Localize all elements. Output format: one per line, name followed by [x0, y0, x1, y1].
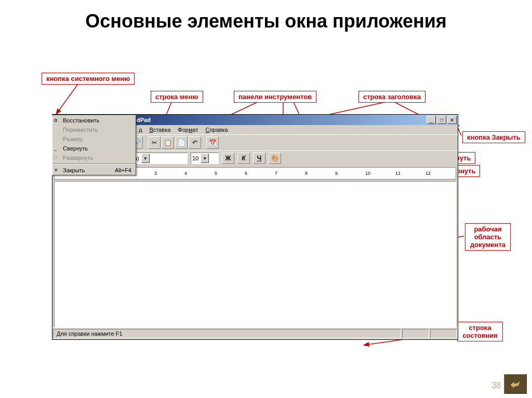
cut-button[interactable]: ✂ [148, 136, 161, 149]
sysmenu-size: Размер [52, 134, 136, 144]
slide-title: Основные элементы окна приложения [0, 0, 532, 37]
undo-button[interactable]: ↶ [189, 136, 201, 149]
status-cell-1 [402, 329, 429, 338]
callout-titlebar: строка заголовка [358, 91, 425, 103]
underline-button[interactable]: Ч [253, 153, 265, 164]
callout-menubar: строка меню [151, 91, 203, 103]
menu-item-insert[interactable]: Вставка [146, 126, 174, 133]
bold-button[interactable]: Ж [222, 153, 234, 164]
svg-line-1 [56, 84, 78, 114]
window-controls: _ □ ✕ [427, 116, 457, 124]
maximize-button[interactable]: □ [437, 116, 446, 124]
document-workarea[interactable] [54, 181, 456, 327]
color-button[interactable]: 🎨 [269, 153, 281, 164]
close-button[interactable]: ✕ [447, 116, 457, 124]
italic-button[interactable]: К [237, 153, 250, 164]
menu-item-help[interactable]: Справка [202, 126, 231, 133]
statusbar: Для справки нажмите F1 [52, 327, 458, 339]
minimize-button[interactable]: _ [427, 116, 436, 124]
menu-item-1[interactable]: д [136, 126, 145, 133]
sysmenu-move: Переместить [52, 125, 136, 134]
status-cell-2 [430, 329, 457, 338]
callout-close-button: кнопка Закрыть [462, 131, 525, 143]
callout-sysmenu-button: кнопка системного меню [42, 73, 135, 85]
callout-toolbars: панели инструментов [234, 91, 316, 103]
callout-statusbar: строка состояния [457, 322, 503, 341]
datetime-button[interactable]: 📅 [206, 136, 219, 149]
sysmenu-minimize[interactable]: _Свернуть [52, 144, 136, 153]
system-menu-popup: ⧉Восстановить Переместить Размер _Сверну… [52, 115, 136, 175]
paste-button[interactable]: 📄 [175, 136, 188, 149]
slide-number: 38 [491, 381, 501, 390]
callout-workarea: рабочая область документа [465, 223, 511, 251]
menu-item-format[interactable]: Формат [175, 126, 201, 133]
status-help-text: Для справки нажмите F1 [53, 329, 401, 338]
sysmenu-close[interactable]: ✕ЗакрытьAlt+F4 [52, 166, 136, 175]
sysmenu-restore[interactable]: ⧉Восстановить [52, 116, 136, 125]
fontsize-dropdown[interactable]: 10▼ [191, 153, 219, 164]
copy-button[interactable]: 📋 [162, 136, 174, 149]
sysmenu-maximize: □Развернуть [52, 153, 136, 162]
return-button[interactable] [504, 374, 527, 394]
